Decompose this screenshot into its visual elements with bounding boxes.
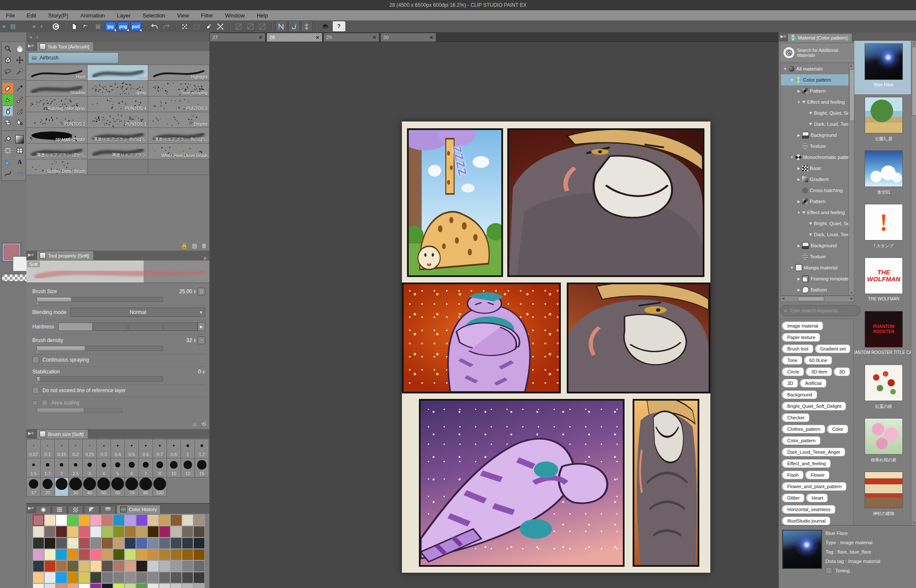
keyword-tag[interactable]: Circle: [783, 368, 804, 376]
color-swatch[interactable]: [193, 560, 205, 572]
snap-special-button-icon[interactable]: [246, 21, 256, 31]
light-table-icon[interactable]: [14, 168, 25, 179]
color-swatch[interactable]: [182, 514, 193, 526]
tree-item-effect-and-feeling[interactable]: ▼♥Effect and feeling: [781, 96, 854, 107]
brush-size-6[interactable]: 6: [125, 458, 139, 478]
color-swatch[interactable]: [44, 526, 56, 537]
panel-menu-icon[interactable]: ▶≡: [28, 431, 34, 435]
export-jpg-button-icon[interactable]: jpg: [105, 22, 116, 31]
keyword-tag[interactable]: Brush tool: [783, 345, 813, 353]
subtool-brush[interactable]: Tone scraping: [148, 81, 209, 96]
tree-item-color-pattern[interactable]: ▼Color pattern: [781, 74, 854, 85]
color-swatch[interactable]: [170, 583, 182, 588]
color-swatch[interactable]: [90, 526, 102, 537]
area-scaling-checkbox[interactable]: ✓: [41, 399, 48, 406]
tree-item-dark-loud-tense[interactable]: ♥Dark, Loud, Tense: [781, 119, 854, 130]
color-swatch[interactable]: [67, 583, 79, 588]
brush-size-tab[interactable]: Brush size [Soft]: [37, 429, 88, 438]
color-swatch[interactable]: [124, 549, 136, 560]
color-swatch[interactable]: [193, 583, 205, 588]
color-swatch[interactable]: [193, 549, 205, 560]
panel-grip[interactable]: [26, 514, 32, 587]
comic-page-canvas[interactable]: ZZZZ: [402, 122, 710, 573]
color-swatch[interactable]: [170, 526, 182, 537]
tab-intermediate-color[interactable]: [84, 506, 99, 514]
brush-size-8[interactable]: 8: [153, 458, 167, 478]
correct-line-icon[interactable]: [3, 168, 13, 179]
brush-size-1.5[interactable]: 1.5: [27, 458, 41, 478]
subtool-brush[interactable]: White Pixel Dither Brush: [148, 144, 209, 159]
color-swatch[interactable]: [90, 514, 102, 526]
tree-item-cross-hatching[interactable]: Cross-hatching: [781, 185, 854, 196]
color-swatch[interactable]: [44, 537, 56, 549]
menu-file[interactable]: File: [0, 10, 21, 20]
hardness-expand-button[interactable]: ▶: [198, 322, 205, 331]
keyword-tag[interactable]: Color_pattern: [783, 436, 820, 445]
menu-filter[interactable]: Filter: [195, 10, 219, 20]
brush-size-30[interactable]: 30: [69, 478, 83, 497]
subtool-brush[interactable]: PUNTOS 4: [88, 96, 149, 112]
brush-size-0.25[interactable]: 0.25: [83, 439, 97, 458]
color-swatch[interactable]: [102, 549, 113, 560]
close-tab-icon[interactable]: ✕: [259, 35, 263, 40]
subtool-brush[interactable]: 薄塗りエアブラシ 色のばし: [148, 128, 209, 144]
subtool-brush[interactable]: Scatter Dither Brush: [26, 159, 88, 175]
brush-size-slider[interactable]: [37, 297, 163, 302]
keyword-tag[interactable]: Heart: [807, 494, 828, 502]
keyword-tag[interactable]: Dark_Loud_Tense_Anger: [783, 448, 845, 456]
brush-size-12[interactable]: 12: [181, 458, 195, 478]
keyword-tag[interactable]: 3D item: [806, 368, 832, 376]
area-scaling-expander[interactable]: +: [32, 400, 38, 406]
decoration-icon[interactable]: [14, 106, 25, 116]
canvas-tab-27[interactable]: 27✕: [209, 33, 266, 42]
tree-item-bright-quiet-soft-[interactable]: ♥Bright, Quiet, Soft ;: [781, 218, 854, 229]
airbrush-icon[interactable]: [3, 106, 13, 116]
keyword-tag[interactable]: Clothes_pattern: [783, 425, 825, 433]
subtool-brush[interactable]: 薄塗りエアブラシ ぼかし: [26, 144, 88, 159]
color-swatch[interactable]: [90, 549, 102, 560]
color-swatch[interactable]: [67, 526, 79, 537]
reset-settings-icon[interactable]: ☼: [192, 421, 197, 427]
hardness-segments[interactable]: [58, 322, 198, 331]
subtool-brush[interactable]: TRAMA SPRAY: [26, 128, 88, 144]
tree-item-pattern[interactable]: ▶Pattern: [781, 85, 854, 96]
color-swatch[interactable]: [159, 549, 170, 560]
color-swatch[interactable]: [136, 560, 147, 572]
hand-icon[interactable]: [14, 43, 25, 54]
menu-edit[interactable]: Edit: [21, 10, 42, 20]
tree-item-background[interactable]: ▶Background: [781, 130, 854, 141]
redo-button-icon[interactable]: [161, 21, 172, 31]
panel-menu-icon[interactable]: ▶≡: [780, 34, 786, 39]
brush-size-value[interactable]: 25.00▲▼◻: [179, 288, 205, 295]
tab-color-history[interactable]: Color History: [116, 505, 161, 514]
snap-curve-toggle-icon[interactable]: [288, 21, 300, 32]
color-swatch[interactable]: [124, 526, 136, 537]
tool-property-tab[interactable]: Tool property [Soft]: [37, 251, 94, 260]
color-swatch[interactable]: [102, 583, 113, 588]
color-swatch[interactable]: [159, 560, 170, 572]
tree-expand-arrow[interactable]: ▼: [783, 67, 788, 71]
tree-vertical-scrollbar[interactable]: ▲▼: [848, 63, 854, 295]
duplicate-subtool-icon[interactable]: ▤: [192, 243, 197, 249]
dot-screen-button-icon[interactable]: [180, 21, 190, 31]
color-swatch[interactable]: [79, 514, 90, 526]
color-swatch[interactable]: [33, 549, 44, 560]
tab-color-set[interactable]: [68, 506, 83, 514]
color-swatch[interactable]: [159, 526, 170, 537]
tree-item-monochromatic-pattern[interactable]: ▼Monochromatic pattern: [781, 152, 854, 163]
brush-density-value[interactable]: 32▲▼◔: [187, 336, 205, 344]
reference-layer-checkbox[interactable]: [32, 387, 39, 394]
brush-size-80[interactable]: 80: [139, 478, 153, 497]
tree-item-all-materials[interactable]: ▼All materials: [781, 63, 854, 74]
deselect-button-icon[interactable]: [192, 21, 202, 31]
color-swatch[interactable]: [102, 514, 113, 526]
tree-item-dark-loud-tense[interactable]: ♥Dark, Loud, Tense: [781, 229, 854, 240]
brush-size-17[interactable]: 17: [27, 478, 41, 497]
color-swatch[interactable]: [44, 572, 56, 583]
keyword-tag[interactable]: Paper texture: [783, 333, 820, 342]
open-file-button-icon[interactable]: [81, 21, 91, 31]
brush-size-2.5[interactable]: 2.5: [69, 458, 83, 478]
keyword-tag[interactable]: Tone: [783, 356, 802, 365]
menu-window[interactable]: Window: [219, 10, 251, 20]
color-swatch[interactable]: [56, 549, 67, 560]
